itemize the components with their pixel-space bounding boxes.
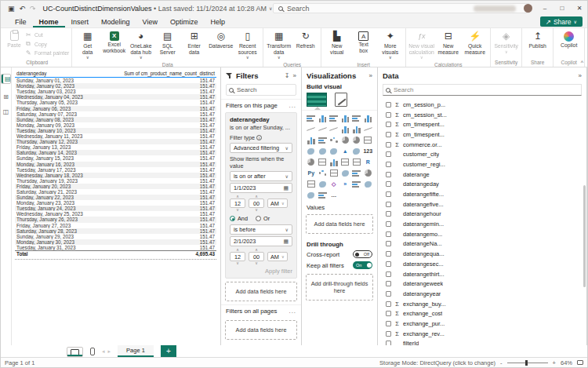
transform-data-button[interactable]: ▦Transform data∨ [266,29,292,61]
field-item-daterangefive---[interactable]: daterangefive... [386,199,586,210]
field-checkbox[interactable] [386,241,391,246]
table-row[interactable]: Thursday, January 12, 2023151.47 [15,139,216,144]
menu-tab-home[interactable]: Home [33,16,65,27]
field-checkbox[interactable] [386,321,391,326]
more-options-icon[interactable]: ... [289,308,297,315]
excel-workbook-button[interactable]: XExcel workbook [101,29,127,53]
enter-data-button[interactable]: ⊞Enter data [181,29,207,55]
menu-tab-optimize[interactable]: Optimize [164,16,205,27]
field-item-customer_city[interactable]: customer_city [386,149,586,159]
multi-row-card-icon[interactable] [318,158,328,166]
mobile-layout-icon[interactable] [90,345,95,357]
report-canvas[interactable]: daterangeday Sum of cm_product_name_coun… [12,67,221,345]
field-checkbox[interactable] [386,151,391,157]
table-row[interactable]: Saturday, January 14, 2023151.47 [15,150,216,155]
quick-measure-button[interactable]: ⚡Quick measure [462,29,488,55]
condition1-operator-dropdown[interactable]: is on or after∨ [230,171,292,181]
slicer-icon[interactable] [340,158,351,166]
field-item-daterangequa---[interactable]: daterangequa... [386,249,586,259]
field-item-daterangeyear[interactable]: daterangeyear [386,289,586,299]
paste-button[interactable]: Paste [5,29,24,56]
previous-page-icon[interactable]: ◂ [102,348,105,355]
line-and-stacked-column-chart-icon[interactable] [340,125,351,133]
smart-narrative-icon[interactable] [351,169,362,177]
minute-down-icon[interactable]: ∨ [255,261,258,265]
sensitivity-button[interactable]: ◈Sensitivity∨ [493,29,519,55]
table-row[interactable]: Friday, January 06, 2023151.47 [15,106,216,111]
field-checkbox[interactable] [386,281,391,286]
table-row[interactable]: Tuesday, January 03, 2023151.47 [15,89,216,94]
menu-tab-insert[interactable]: Insert [65,16,96,27]
zoom-slider[interactable] [507,363,548,363]
zoom-out-icon[interactable]: - [500,359,503,366]
power-apps-visual-icon[interactable]: ◇ [328,180,339,188]
table-row[interactable]: Friday, January 13, 2023151.47 [15,144,216,150]
field-checkbox[interactable] [386,341,391,345]
field-item-daterangemin---[interactable]: daterangemin... [386,219,586,229]
field-item-exchange_pur---[interactable]: Σexchange_pur... [386,319,586,329]
more-visuals-button[interactable]: ✦More visuals∨ [377,29,403,61]
stacked-bar-chart-icon[interactable] [306,114,317,122]
stacked-area-chart-icon[interactable] [328,125,339,133]
field-item-exchange_rev---[interactable]: Σexchange_rev... [386,329,586,339]
close-button[interactable]: ✕ [575,5,584,12]
treemap-icon[interactable] [363,136,374,144]
100-stacked-bar-chart-icon[interactable] [351,114,362,122]
pie-chart-icon[interactable] [340,136,351,144]
field-checkbox[interactable] [386,172,391,177]
field-checkbox[interactable] [386,291,391,297]
table-icon[interactable] [351,158,362,166]
table-row[interactable]: Sunday, January 22, 2023151.47 [15,195,216,200]
table-row[interactable]: Monday, January 30, 2023151.47 [15,239,216,245]
menu-tab-view[interactable]: View [136,16,164,27]
undo-icon[interactable]: ↶ [20,5,26,13]
area-chart-icon[interactable] [318,125,328,133]
table-row[interactable]: Sunday, January 15, 2023151.47 [15,155,216,161]
zoom-slider-thumb[interactable] [525,360,528,366]
filled-map-icon[interactable] [318,147,328,155]
field-checkbox[interactable] [386,102,391,107]
filter-type-dropdown[interactable]: Advanced filtering∨ [230,143,292,153]
r-script-visual-icon[interactable]: R [363,158,374,166]
field-item-daterangethirt---[interactable]: daterangethirt... [386,269,586,279]
table-row[interactable]: Wednesday, January 11, 2023151.47 [15,133,216,139]
collapse-pane-icon[interactable]: » [579,72,582,79]
clustered-bar-chart-icon[interactable] [328,114,339,122]
data-search-input[interactable]: Search [383,84,582,96]
table-visual[interactable]: daterangeday Sum of cm_product_name_coun… [15,71,216,260]
collapse-pane-icon[interactable]: » [369,72,372,79]
get-data-button[interactable]: ▦Get data∨ [74,29,100,61]
decomposition-tree-icon[interactable] [328,169,339,177]
table-row[interactable]: Tuesday, January 31, 2023151.47 [15,245,216,251]
table-row[interactable]: Thursday, January 19, 2023151.47 [15,178,216,184]
field-checkbox[interactable] [386,132,391,137]
condition1-date-input[interactable]: 1/1/2023▦ [230,183,292,193]
waterfall-chart-icon[interactable] [306,136,317,144]
model-view-icon[interactable]: ◫ [1,108,11,115]
custom-visual-4-icon[interactable] [318,191,328,199]
table-row[interactable]: Friday, January 20, 2023151.47 [15,184,216,189]
field-item-daterangeday[interactable]: daterangeday [386,180,586,190]
and-radio[interactable]: And [230,215,248,222]
shape-map-icon[interactable] [328,147,339,155]
table-row[interactable]: Thursday, January 05, 2023151.47 [15,100,216,105]
stacked-column-chart-icon[interactable] [318,114,328,122]
donut-chart-icon[interactable] [351,136,362,144]
minimize-button[interactable]: – [540,5,550,12]
hour-down-icon[interactable]: ∨ [236,261,239,265]
table-row[interactable]: Sunday, January 29, 2023151.47 [15,234,216,239]
field-checkbox[interactable] [386,271,391,277]
next-page-icon[interactable]: ▸ [108,348,111,355]
calendar-icon[interactable]: ▦ [283,239,289,245]
menu-tab-file[interactable]: File [9,16,33,27]
custom-visual-3-icon[interactable] [306,191,317,199]
arcgis-for-power-bi-icon[interactable] [318,180,328,188]
field-checkbox[interactable] [386,112,391,118]
gauge-icon[interactable] [306,158,317,166]
field-checkbox[interactable] [386,142,391,148]
field-item-cm_session_p---[interactable]: Σcm_session_p... [386,100,586,110]
save-icon[interactable]: ▣ [8,5,15,13]
arcgis-map-icon[interactable] [351,147,362,155]
publish-button[interactable]: ↥Publish [524,29,550,49]
dataverse-button[interactable]: ◎Dataverse [208,29,234,49]
